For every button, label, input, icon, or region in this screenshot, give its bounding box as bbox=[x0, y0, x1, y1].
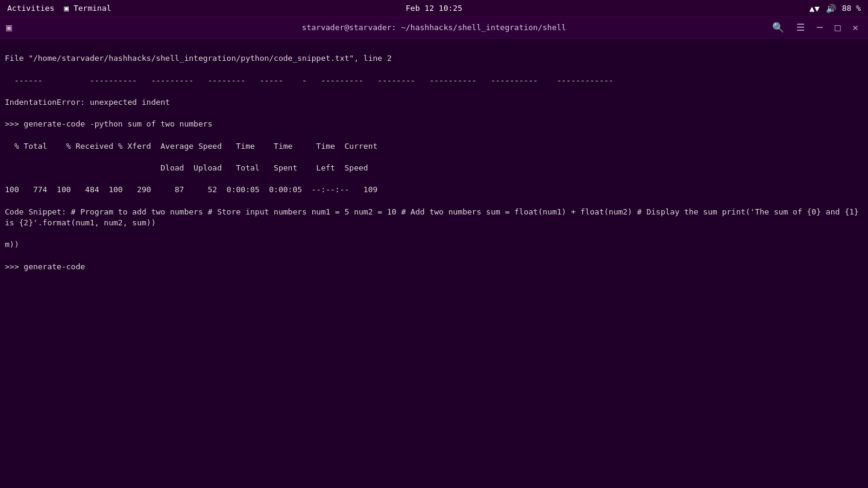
hamburger-button[interactable]: ☰ bbox=[793, 20, 808, 34]
code-continuation: m)) bbox=[5, 239, 863, 250]
volume-icon: 🔊 bbox=[826, 4, 836, 13]
close-button[interactable]: ✕ bbox=[849, 20, 862, 34]
terminal-titlebar: ▣ starvader@starvader: ~/hashhacks/shell… bbox=[0, 17, 868, 39]
curl-header-1: % Total % Received % Xferd Average Speed… bbox=[5, 141, 863, 152]
current-prompt: >>> generate-code bbox=[5, 261, 863, 272]
indentation-error: IndentationError: unexpected indent bbox=[5, 97, 863, 108]
activities-button[interactable]: Activities bbox=[7, 4, 54, 13]
terminal-content[interactable]: File "/home/starvader/hashhacks/shell_in… bbox=[0, 39, 868, 488]
curl-data-row: 100 774 100 484 100 290 87 52 0:00:05 0:… bbox=[5, 184, 863, 195]
terminal-window-icon: ▣ bbox=[6, 22, 12, 33]
search-button[interactable]: 🔍 bbox=[769, 20, 788, 34]
system-bar-right: ▲▼ 🔊 88 % bbox=[810, 4, 861, 13]
separator-line: ------ ---------- --------- -------- ---… bbox=[5, 75, 863, 86]
system-bar: Activities ▣ Terminal Feb 12 10:25 ▲▼ 🔊 … bbox=[0, 0, 868, 17]
command-line-1: >>> generate-code -python sum of two num… bbox=[5, 119, 863, 130]
terminal-title: starvader@starvader: ~/hashhacks/shell_i… bbox=[302, 23, 566, 32]
terminal-window: ▣ starvader@starvader: ~/hashhacks/shell… bbox=[0, 17, 868, 488]
system-datetime: Feb 12 10:25 bbox=[406, 4, 462, 13]
battery-indicator: 88 % bbox=[842, 4, 861, 13]
wifi-icon: ▲▼ bbox=[810, 4, 820, 13]
error-line-1: File "/home/starvader/hashhacks/shell_in… bbox=[5, 53, 863, 64]
titlebar-left: ▣ bbox=[6, 22, 17, 33]
minimize-button[interactable]: ─ bbox=[813, 20, 826, 34]
code-snippet-line: Code Snippet: # Program to add two numbe… bbox=[5, 207, 863, 228]
titlebar-controls: 🔍 ☰ ─ □ ✕ bbox=[769, 20, 862, 34]
system-bar-left: Activities ▣ Terminal bbox=[7, 4, 112, 13]
terminal-menu[interactable]: ▣ Terminal bbox=[64, 4, 111, 13]
terminal-icon: ▣ bbox=[64, 4, 69, 13]
maximize-button[interactable]: □ bbox=[831, 20, 844, 34]
curl-header-2: Dload Upload Total Spent Left Speed bbox=[5, 163, 863, 174]
